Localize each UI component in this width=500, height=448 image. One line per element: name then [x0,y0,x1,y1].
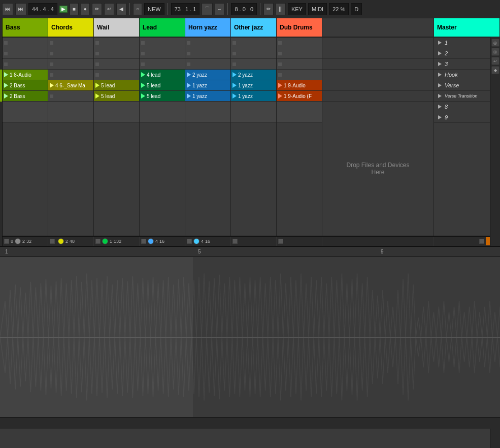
clip-slot[interactable]: 1 9-Audio [277,80,322,91]
stop-button[interactable]: ■ [70,3,79,15]
track-headers: Bass Chords Wail Lead Horn yazz Other ja… [3,18,500,38]
fastforward-button[interactable]: ⏭ [15,3,26,15]
track-header-hornyazz[interactable]: Horn yazz [185,18,231,38]
clip-slot[interactable] [48,112,93,123]
track-header-dubdrums[interactable]: Dub Drums [277,18,322,38]
track-header-master[interactable]: Master [434,18,500,38]
clip-slot[interactable] [277,102,322,112]
clip-slot[interactable] [277,38,322,48]
track-header-chords[interactable]: Chords [48,18,94,38]
clip-slot[interactable] [277,112,322,123]
clip-slot[interactable]: 2 yazz [231,70,276,80]
clip-slot[interactable]: 2 Bass [3,91,48,102]
clip-slot[interactable] [185,48,230,59]
mixer-knob-lead[interactable] [148,238,154,244]
track-header-lead[interactable]: Lead [140,18,185,38]
ruler-mark-5: 5 [198,249,201,254]
clip-slot[interactable]: 1 yazz [231,91,276,102]
clip-slot[interactable] [277,48,322,59]
clip-slot[interactable] [48,70,93,80]
clip-slot[interactable] [231,38,276,48]
scene-play-icon [438,62,442,66]
clip-slot[interactable] [231,48,276,59]
clip-slot[interactable]: 4 lead [140,70,185,80]
bars-button[interactable]: ||| [276,3,286,15]
far-right-btn-2[interactable]: ⊞ [491,48,499,56]
mixer-stop-lead[interactable] [141,239,146,244]
clip-slot[interactable] [3,59,48,70]
tempo-curve1[interactable]: ⌒ [202,3,213,15]
clip-slot[interactable]: 1 yazz [185,80,230,91]
clip-slot[interactable] [140,112,185,123]
mixer-knob-bass[interactable] [15,238,21,244]
clip-slot[interactable] [277,70,322,80]
tempo-curve2[interactable]: ⌣ [215,3,224,15]
draw-button[interactable]: ✏ [92,3,102,15]
clip-slot[interactable]: 1 9-Audio (F [277,91,322,102]
clip-slot[interactable] [185,38,230,48]
clip-slot[interactable]: 4 6-_Saw Ma [48,80,93,91]
far-right-btn-3[interactable]: ↩ [491,57,499,65]
mixer-knob-chords[interactable] [58,238,64,244]
clip-slot[interactable] [140,38,185,48]
clip-slot[interactable] [94,48,139,59]
clip-slot[interactable] [185,102,230,112]
mixer-stop-chords[interactable] [50,239,55,244]
clip-slot[interactable] [94,38,139,48]
clip-slot[interactable] [140,102,185,112]
clip-slot[interactable] [3,112,48,123]
mixer-stop-dubdrums[interactable] [278,239,283,244]
clip-slot[interactable] [231,112,276,123]
track-header-wail[interactable]: Wail [94,18,140,38]
mixer-knob-wail[interactable] [102,238,108,244]
mixer-stop-bass[interactable] [4,239,9,244]
mixer-stop-master[interactable] [479,239,484,244]
clip-slot[interactable]: 2 Bass [3,80,48,91]
clip-slot[interactable] [48,91,93,102]
mixer-stop-otherjazz[interactable] [232,239,238,244]
clip-slot[interactable] [140,59,185,70]
waveform-scrollbar[interactable] [0,417,500,425]
mixer-stop-hornyazz[interactable] [187,239,192,244]
mixer-stop-wail[interactable] [95,239,101,244]
clip-slot[interactable]: 5 lead [94,91,139,102]
clip-slot[interactable]: 1 yazz [185,91,230,102]
clip-slot[interactable] [94,70,139,80]
clip-slot[interactable] [94,102,139,112]
clip-slot[interactable]: 5 lead [94,80,139,91]
clip-slot[interactable] [94,59,139,70]
ruler-mark-1: 1 [5,249,8,254]
clip-slot[interactable] [48,102,93,112]
clip-slot[interactable] [3,48,48,59]
clip-slot[interactable]: 5 lead [140,91,185,102]
back-button[interactable]: ◀ [116,3,126,15]
clip-slot[interactable] [3,38,48,48]
track-header-otherjazz[interactable]: Other jazz [231,18,277,38]
clip-slot[interactable] [140,48,185,59]
pencil-button[interactable]: ✏ [263,3,274,15]
record-button[interactable]: ● [81,3,90,15]
clip-slot[interactable] [48,48,93,59]
far-right-btn-1[interactable]: ◎ [491,39,499,47]
clip-slot[interactable] [48,38,93,48]
loop-button[interactable]: ↩ [104,3,114,15]
clip-slot[interactable] [185,112,230,123]
clip-slot[interactable] [3,102,48,112]
clip-slot[interactable] [94,112,139,123]
rewind-button[interactable]: ⏮ [2,3,13,15]
clip-slot[interactable]: 2 yazz [185,70,230,80]
clip-slot[interactable] [48,59,93,70]
track-header-bass[interactable]: Bass [3,18,48,38]
play-button[interactable]: ▶ [59,6,68,13]
clip-slot[interactable] [277,59,322,70]
clip-slot[interactable] [231,59,276,70]
clip-slot[interactable]: 5 lead [140,80,185,91]
clip-slot[interactable] [231,102,276,112]
far-right-btn-4[interactable]: ◆ [491,66,499,74]
mixer-knob-hornyazz[interactable] [193,238,199,244]
follow-button[interactable]: ○ [133,3,142,15]
clip-slot[interactable] [185,59,230,70]
clip-slot[interactable]: 1 yazz [231,80,276,91]
clip-slot-playing[interactable]: 1 8-Audio [3,70,48,80]
waveform-area[interactable] [0,257,500,417]
